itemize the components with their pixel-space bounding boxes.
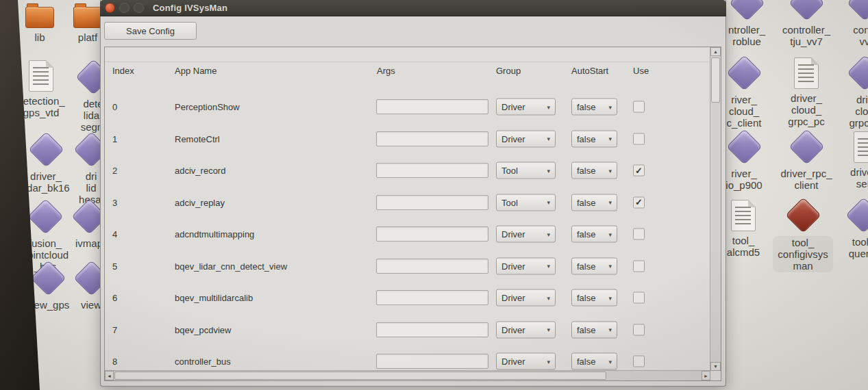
args-input[interactable] <box>376 354 488 369</box>
autostart-value: false <box>577 356 595 367</box>
vertical-scrollbar[interactable]: ▲ ▼ <box>710 47 721 371</box>
autostart-dropdown[interactable]: false▾ <box>571 289 617 307</box>
desktop-item-controller-vv[interactable]: contr vv <box>832 0 868 47</box>
args-input[interactable] <box>376 195 488 210</box>
table-row: 4 adcndtmultimapping Driver▾ false▾ <box>105 218 710 250</box>
group-dropdown[interactable]: Tool▾ <box>496 194 556 211</box>
desktop-item-label: tool_ queryr <box>849 236 868 259</box>
autostart-dropdown[interactable]: false▾ <box>571 226 617 243</box>
chevron-down-icon: ▾ <box>608 358 612 365</box>
desktop-item-tool-queryr[interactable]: tool_ queryr <box>830 197 868 259</box>
chevron-down-icon: ▾ <box>608 231 612 237</box>
row-index: 7 <box>112 324 117 335</box>
window-title: Config IVSysMan <box>153 3 227 13</box>
app-table-panel: Index App Name Args Group AutoStart Use … <box>104 47 721 381</box>
table-row: 5 bqev_lidar_cnn_detect_view Driver▾ fal… <box>105 250 710 283</box>
group-dropdown[interactable]: Driver▾ <box>496 289 556 307</box>
desktop-item-label: platf <box>78 31 97 43</box>
config-ivsysman-window: Config IVSysMan Save Config Index App Na… <box>100 0 726 387</box>
chevron-down-icon: ▾ <box>547 231 550 237</box>
close-button[interactable] <box>105 3 115 13</box>
autostart-dropdown[interactable]: false▾ <box>571 353 617 370</box>
desktop-item-label: detection_ gps_vtd <box>17 95 64 118</box>
desktop-item-controller-tju-vv7[interactable]: controller_ tju_vv7 <box>773 0 839 47</box>
header-app-name: App Name <box>175 66 216 76</box>
group-value: Driver <box>501 133 525 144</box>
scroll-left-icon[interactable]: ◄ <box>105 371 114 380</box>
autostart-dropdown[interactable]: false▾ <box>571 162 617 179</box>
autostart-dropdown[interactable]: false▾ <box>571 99 617 116</box>
app-diamond-icon <box>847 55 868 90</box>
header-index: Index <box>112 66 134 76</box>
args-input[interactable] <box>376 131 488 146</box>
desktop-item-driver-serv[interactable]: driver_ serv <box>833 131 868 190</box>
args-input[interactable] <box>376 163 488 178</box>
group-dropdown[interactable]: Driver▾ <box>496 257 556 274</box>
chevron-down-icon: ▾ <box>547 103 550 110</box>
desktop-item-label-selected: tool_ configivsys man <box>773 236 832 272</box>
table-row: 6 bqev_multilidarcalib Driver▾ false▾ <box>105 282 710 314</box>
chevron-down-icon: ▾ <box>608 263 612 270</box>
desktop-item-label: river_ cloud_ c_client <box>727 94 762 129</box>
autostart-dropdown[interactable]: false▾ <box>571 321 617 338</box>
autostart-dropdown[interactable]: false▾ <box>571 194 617 211</box>
desktop-item-driver-rpc-client[interactable]: driver_rpc_ client <box>773 129 839 191</box>
use-checkbox[interactable] <box>633 133 645 144</box>
chevron-down-icon: ▾ <box>547 294 550 301</box>
group-dropdown[interactable]: Driver▾ <box>496 353 556 370</box>
save-config-button[interactable]: Save Config <box>104 22 197 40</box>
use-checkbox[interactable] <box>633 356 645 367</box>
chevron-down-icon: ▾ <box>547 326 550 333</box>
group-dropdown[interactable]: Driver▾ <box>496 321 556 338</box>
desktop-item-tool-configivsysman[interactable]: tool_ configivsys man <box>770 197 836 272</box>
desktop-item-driver-cloud-grpc-pc[interactable]: driver_ cloud_ grpc_pc <box>773 57 839 127</box>
group-dropdown[interactable]: Driver▾ <box>496 99 556 116</box>
chevron-down-icon: ▾ <box>608 167 612 174</box>
app-name: adcndtmultimapping <box>175 229 254 239</box>
group-dropdown[interactable]: Driver▾ <box>496 130 556 147</box>
vertical-scroll-thumb[interactable] <box>711 57 720 103</box>
app-diamond-icon <box>845 197 868 233</box>
app-diamond-red-icon <box>785 197 821 233</box>
args-input[interactable] <box>376 290 488 305</box>
row-index: 3 <box>112 197 117 207</box>
minimize-button[interactable] <box>119 3 129 13</box>
scroll-down-icon[interactable]: ▼ <box>710 362 721 371</box>
horizontal-scrollbar[interactable]: ◄ ► <box>105 370 710 380</box>
use-checkbox[interactable] <box>633 324 645 335</box>
table-row: 0 PerceptionShow Driver▾ false▾ <box>105 91 710 123</box>
table-row: 3 adciv_replay Tool▾ false▾ ✓ <box>105 187 710 219</box>
row-index: 0 <box>112 102 117 112</box>
app-name: RemoteCtrl <box>175 133 220 144</box>
app-diamond-icon <box>729 0 765 21</box>
scroll-up-icon[interactable]: ▲ <box>710 47 721 56</box>
desktop-item-label: contr vv <box>853 24 868 47</box>
args-input[interactable] <box>376 99 488 114</box>
header-autostart: AutoStart <box>571 66 608 76</box>
use-checkbox[interactable] <box>633 101 645 113</box>
titlebar[interactable]: Config IVSysMan <box>100 0 726 16</box>
desktop-item-driver-cloud-grpc-s[interactable]: driv clou grpc_s <box>832 55 868 129</box>
args-input[interactable] <box>376 226 488 242</box>
group-value: Tool <box>501 166 518 176</box>
horizontal-scroll-thumb[interactable] <box>114 372 606 380</box>
row-index: 8 <box>112 356 117 367</box>
folder-icon <box>73 7 102 28</box>
use-checkbox[interactable] <box>633 260 645 272</box>
maximize-button[interactable] <box>134 3 144 13</box>
args-input[interactable] <box>376 322 488 337</box>
desktop-item-label: driver_ cloud_ grpc_pc <box>788 92 824 127</box>
scroll-right-icon[interactable]: ► <box>702 371 710 380</box>
group-dropdown[interactable]: Tool▾ <box>496 162 556 179</box>
group-dropdown[interactable]: Driver▾ <box>496 226 556 243</box>
desktop-item-label: ntroller_ roblue <box>728 24 765 47</box>
use-checkbox[interactable] <box>633 292 645 304</box>
autostart-dropdown[interactable]: false▾ <box>571 130 617 147</box>
use-checkbox[interactable] <box>633 229 645 240</box>
use-checkbox[interactable]: ✓ <box>633 196 645 208</box>
args-input[interactable] <box>376 259 488 274</box>
use-checkbox[interactable]: ✓ <box>633 165 645 177</box>
autostart-dropdown[interactable]: false▾ <box>571 257 617 274</box>
app-name: PerceptionShow <box>175 102 240 112</box>
chevron-down-icon: ▾ <box>608 199 612 206</box>
